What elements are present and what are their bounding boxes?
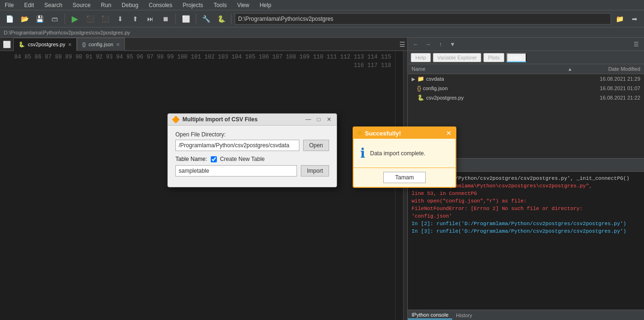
fb-item-config[interactable]: {} config.json 16.08.2021 01:07 bbox=[408, 84, 644, 93]
maximize-button[interactable]: ⬜ bbox=[179, 12, 192, 25]
tab-help[interactable]: Help bbox=[411, 53, 431, 62]
item-date-csv2postgres: 16.08.2021 21:22 bbox=[574, 95, 640, 101]
menu-search[interactable]: Search bbox=[41, 1, 65, 9]
fb-up-button[interactable]: ↑ bbox=[435, 39, 446, 50]
menu-file[interactable]: File bbox=[2, 1, 17, 9]
sep2 bbox=[175, 14, 176, 24]
fb-back-button[interactable]: ← bbox=[411, 39, 421, 50]
current-path: D:\Programlama\Python\csv2postgres\csv2p… bbox=[4, 30, 130, 35]
fb-forward-button[interactable]: → bbox=[423, 39, 433, 50]
dialog-title-icon: 🔶 bbox=[172, 116, 180, 123]
tab-label: csv2postgres.py bbox=[28, 42, 65, 47]
success-title-icon bbox=[357, 131, 362, 135]
menu-help[interactable]: Help bbox=[257, 1, 274, 9]
table-label: Table Name: bbox=[175, 156, 207, 162]
success-titlebar: Succesfully! ✕ bbox=[354, 127, 455, 139]
create-table-row: Create New Table bbox=[211, 156, 264, 162]
save-all-button[interactable]: 🗃 bbox=[48, 12, 61, 25]
create-table-label: Create New Table bbox=[220, 156, 264, 162]
run-from-cursor-button[interactable]: ⬆ bbox=[129, 12, 142, 25]
help-bar: Help Variable Explorer Plots Files bbox=[408, 51, 644, 64]
path-input[interactable] bbox=[235, 13, 611, 25]
python-file-icon: 🐍 bbox=[417, 94, 424, 101]
menu-consoles[interactable]: Consoles bbox=[146, 1, 175, 9]
import-dialog-close[interactable]: ✕ bbox=[325, 116, 333, 123]
create-table-checkbox[interactable] bbox=[211, 156, 217, 162]
fb-menu-button[interactable]: ☰ bbox=[631, 39, 641, 50]
tab-csv2postgres[interactable]: 🐍 csv2postgres.py ✕ bbox=[13, 38, 77, 51]
tab-variable-explorer[interactable]: Variable Explorer bbox=[433, 53, 482, 62]
table-name-row: Import bbox=[175, 165, 329, 177]
info-icon: ℹ bbox=[360, 145, 365, 161]
new-file-button[interactable]: 📄 bbox=[3, 12, 16, 25]
new-tab-button[interactable]: ⬜ bbox=[2, 40, 11, 49]
ok-button[interactable]: Tamam bbox=[383, 172, 425, 183]
path-container: 📁 ➡ bbox=[235, 12, 641, 25]
col-date-header: Date Modified bbox=[574, 66, 640, 72]
tab-ipython-console[interactable]: IPython console bbox=[408, 311, 452, 320]
success-dialog: Succesfully! ✕ ℹ Data import complete. T… bbox=[353, 126, 456, 188]
browse-button[interactable]: 📁 bbox=[613, 12, 626, 25]
import-dialog-title: Multiple Import of CSV Files bbox=[182, 116, 302, 123]
json-icon: {} bbox=[417, 85, 421, 92]
tab-config[interactable]: {} config.json ✕ bbox=[77, 38, 125, 51]
open-btn[interactable]: Open bbox=[303, 140, 329, 151]
item-date-config: 16.08.2021 01:07 bbox=[574, 85, 640, 91]
toolbar: 📄 📂 💾 🗃 ▶ ⬛ ⬛ ⬇ ⬆ ⏭ ⏹ ⬜ 🔧 🐍 📁 ➡ bbox=[0, 10, 644, 27]
table-name-section: Table Name: Create New Table bbox=[175, 156, 329, 162]
menu-projects[interactable]: Projects bbox=[180, 1, 206, 9]
path-input-dialog[interactable] bbox=[175, 140, 299, 151]
fb-filter-button[interactable]: ▼ bbox=[447, 39, 458, 50]
sep4 bbox=[231, 14, 231, 24]
success-title: Succesfully! bbox=[365, 130, 443, 137]
success-close[interactable]: ✕ bbox=[446, 129, 452, 137]
console-tab-bar: IPython console History bbox=[408, 310, 644, 320]
menu-edit[interactable]: Edit bbox=[21, 1, 37, 9]
run-cell-button[interactable]: ⬛ bbox=[83, 12, 97, 25]
settings-button[interactable]: 🔧 bbox=[199, 12, 213, 25]
menu-source[interactable]: Source bbox=[70, 1, 93, 9]
item-name-config: config.json bbox=[423, 85, 572, 91]
folder-icon: 📁 bbox=[417, 76, 424, 82]
menu-tools[interactable]: Tools bbox=[211, 1, 230, 9]
python-button[interactable]: 🐍 bbox=[215, 12, 228, 25]
menu-view[interactable]: View bbox=[234, 1, 252, 9]
table-name-input[interactable] bbox=[175, 165, 297, 177]
go-button[interactable]: ➡ bbox=[628, 12, 641, 25]
tab-history[interactable]: History bbox=[452, 312, 476, 319]
save-button[interactable]: 💾 bbox=[33, 12, 46, 25]
tab-close-csv2postgres[interactable]: ✕ bbox=[68, 42, 72, 47]
tab-files[interactable]: Files bbox=[506, 53, 527, 62]
import-dialog-body: Open File Directory: Open Table Name: Cr… bbox=[168, 126, 337, 187]
step-over-button[interactable]: ⏭ bbox=[144, 12, 157, 25]
fb-item-csvdata[interactable]: ▶ 📁 csvdata 16.08.2021 21:29 bbox=[408, 74, 644, 84]
expand-arrow: ▶ bbox=[412, 76, 415, 82]
fb-item-csv2postgres[interactable]: 🐍 csv2postgres.py 16.08.2021 21:22 bbox=[408, 93, 644, 102]
import-dialog-titlebar: 🔶 Multiple Import of CSV Files — □ ✕ bbox=[168, 114, 337, 126]
success-body: ℹ Data import complete. bbox=[354, 139, 455, 168]
tabs-menu[interactable]: ☰ bbox=[399, 41, 405, 48]
import-btn[interactable]: Import bbox=[301, 165, 329, 177]
run-to-cursor-button[interactable]: ⬇ bbox=[114, 12, 127, 25]
open-dir-label: Open File Directory: bbox=[175, 131, 329, 138]
tab-plots[interactable]: Plots bbox=[483, 53, 504, 62]
col-name-header: Name bbox=[412, 66, 565, 72]
file-browser-toolbar: ← → ↑ ▼ ☰ bbox=[408, 38, 644, 51]
open-file-button[interactable]: 📂 bbox=[18, 12, 31, 25]
run-button[interactable]: ▶ bbox=[68, 12, 82, 25]
fb-header: Name ▲ Date Modified bbox=[408, 64, 644, 74]
menubar: File Edit Search Source Run Debug Consol… bbox=[0, 0, 644, 10]
stop-button[interactable]: ⏹ bbox=[159, 12, 172, 25]
menu-run[interactable]: Run bbox=[98, 1, 114, 9]
tab-close-config[interactable]: ✕ bbox=[116, 42, 120, 47]
pathbar: D:\Programlama\Python\csv2postgres\csv2p… bbox=[0, 27, 644, 38]
import-dialog-maximize[interactable]: □ bbox=[315, 116, 322, 123]
tab-label-config: config.json bbox=[89, 42, 114, 47]
sep1 bbox=[65, 14, 65, 24]
run-cell-advance-button[interactable]: ⬛ bbox=[99, 12, 112, 25]
import-dialog: 🔶 Multiple Import of CSV Files — □ ✕ Ope… bbox=[167, 113, 337, 187]
item-name-csv2postgres: csv2postgres.py bbox=[426, 95, 572, 101]
import-dialog-minimize[interactable]: — bbox=[305, 116, 312, 123]
tab-icon: 🐍 bbox=[18, 42, 25, 48]
menu-debug[interactable]: Debug bbox=[119, 1, 141, 9]
